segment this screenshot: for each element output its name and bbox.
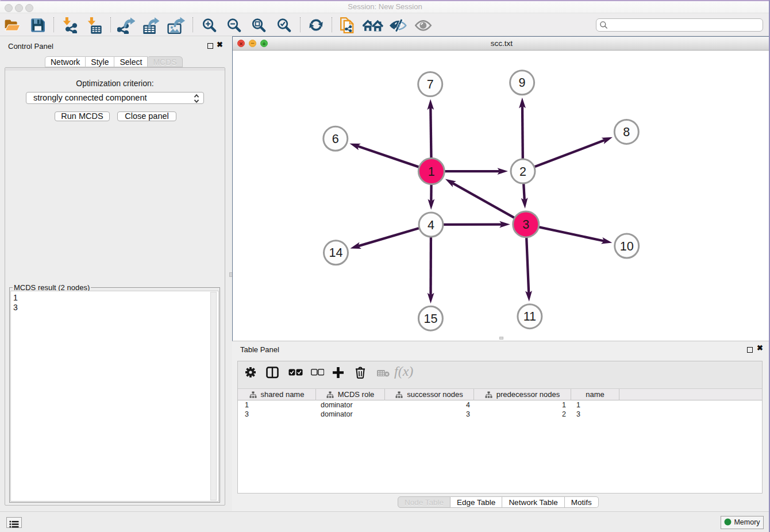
svg-text:4: 4 [428,218,434,232]
svg-text:15: 15 [424,312,437,326]
svg-text:2: 2 [519,165,526,179]
svg-text:3: 3 [522,218,529,232]
svg-text:8: 8 [623,125,630,139]
svg-text:9: 9 [519,76,526,90]
svg-text:6: 6 [332,132,339,146]
svg-text:11: 11 [523,310,536,323]
svg-text:7: 7 [427,78,434,91]
svg-text:1: 1 [428,165,435,179]
svg-text:10: 10 [620,240,634,253]
svg-text:14: 14 [329,246,343,260]
